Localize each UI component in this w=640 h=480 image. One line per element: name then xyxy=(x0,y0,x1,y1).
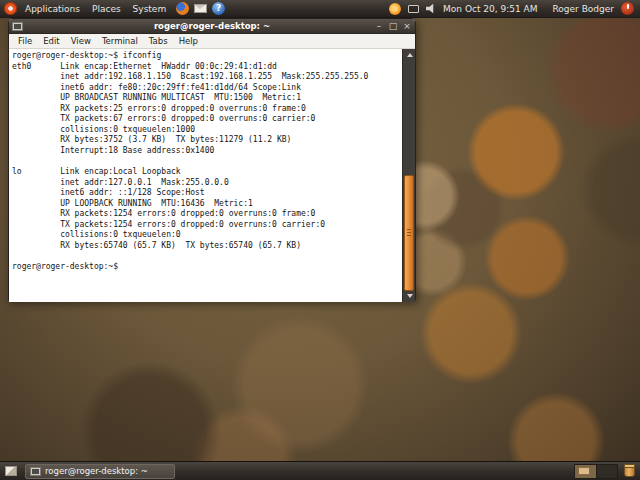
top-panel: Applications Places System ? Mon Oct 20,… xyxy=(0,0,640,18)
menu-places[interactable]: Places xyxy=(86,0,127,18)
terminal-menubar: File Edit View Terminal Tabs Help xyxy=(9,34,415,49)
menu-system[interactable]: System xyxy=(127,0,173,18)
menu-terminal[interactable]: Terminal xyxy=(97,34,143,48)
workspace-2[interactable] xyxy=(596,465,617,478)
close-button[interactable]: × xyxy=(402,20,412,33)
trash-icon[interactable] xyxy=(624,465,635,477)
menu-view[interactable]: View xyxy=(66,34,96,48)
clock[interactable]: Mon Oct 20, 9:51 AM xyxy=(443,4,537,14)
scroll-down-button[interactable] xyxy=(403,290,415,302)
firefox-launcher-icon[interactable] xyxy=(176,2,189,15)
minimize-button[interactable]: – xyxy=(374,20,384,33)
workspace-window-thumb xyxy=(578,467,590,475)
power-quit-icon[interactable] xyxy=(621,2,634,15)
arrow-down-icon xyxy=(407,294,413,298)
display-status-icon[interactable] xyxy=(408,5,419,13)
menu-edit[interactable]: Edit xyxy=(38,34,64,48)
arrow-up-icon xyxy=(407,53,413,57)
terminal-window: roger@roger-desktop: ~ – □ × File Edit V… xyxy=(8,18,416,301)
show-desktop-button[interactable] xyxy=(2,464,19,479)
terminal-screen[interactable]: roger@roger-desktop:~$ ifconfig eth0 Lin… xyxy=(9,49,415,302)
menu-tabs[interactable]: Tabs xyxy=(144,34,173,48)
window-title: roger@roger-desktop: ~ xyxy=(9,19,415,33)
scroll-up-button[interactable] xyxy=(403,49,415,61)
taskbar-item-label: roger@roger-desktop: ~ xyxy=(45,466,148,476)
window-titlebar[interactable]: roger@roger-desktop: ~ – □ × xyxy=(9,19,415,34)
workspace-switcher xyxy=(574,464,618,479)
menu-file[interactable]: File xyxy=(13,34,37,48)
show-desktop-icon xyxy=(5,466,17,476)
help-launcher-icon[interactable]: ? xyxy=(212,2,225,15)
email-launcher-icon[interactable] xyxy=(194,4,207,13)
maximize-button[interactable]: □ xyxy=(388,20,398,33)
terminal-output: roger@roger-desktop:~$ ifconfig eth0 Lin… xyxy=(9,49,415,272)
user-switcher[interactable]: Roger Bodger xyxy=(552,4,614,14)
terminal-window-icon xyxy=(12,22,23,31)
volume-icon[interactable] xyxy=(426,4,436,14)
menu-applications[interactable]: Applications xyxy=(19,0,86,18)
terminal-scrollbar[interactable] xyxy=(402,49,415,302)
ubuntu-logo-icon[interactable] xyxy=(4,2,17,15)
bottom-panel: roger@roger-desktop: ~ xyxy=(0,461,640,480)
taskbar-item-terminal[interactable]: roger@roger-desktop: ~ xyxy=(25,464,175,479)
menu-help[interactable]: Help xyxy=(174,34,203,48)
update-notifier-icon[interactable] xyxy=(389,3,401,15)
workspace-1[interactable] xyxy=(575,465,596,478)
scrollbar-thumb[interactable] xyxy=(404,175,414,291)
terminal-task-icon xyxy=(30,467,41,476)
